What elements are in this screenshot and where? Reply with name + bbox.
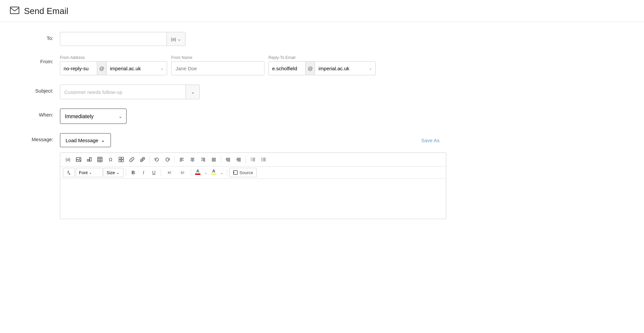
from-name-group: From Name — [171, 55, 264, 75]
svg-rect-50 — [233, 170, 237, 174]
align-right-toolbar-btn[interactable] — [198, 155, 208, 164]
size-label: Size — [107, 170, 115, 175]
from-name-sublabel: From Name — [171, 55, 264, 60]
special-char-toolbar-btn[interactable]: Ω — [106, 155, 116, 164]
font-color-btn[interactable]: A — [193, 168, 202, 177]
redo-toolbar-btn[interactable] — [162, 155, 172, 164]
subscript-btn[interactable]: x2 — [163, 168, 175, 177]
toolbar-sep-5 — [126, 169, 126, 176]
subject-chevron-btn[interactable]: ⌄ — [185, 85, 199, 99]
subject-group: Customer needs follow-up ⌄ — [60, 85, 200, 99]
svg-point-2 — [79, 158, 80, 159]
outdent-toolbar-btn[interactable] — [223, 155, 233, 164]
ordered-list-toolbar-btn[interactable]: 123 — [248, 155, 258, 164]
size-chevron-icon: ⌄ — [116, 170, 119, 175]
variable-insert-toolbar-btn[interactable]: {a} — [63, 155, 73, 164]
subject-label: Subject: — [20, 85, 60, 94]
source-icon — [233, 170, 238, 175]
reply-domain-wrapper: imperial.ac.uk ⌄ — [315, 62, 375, 75]
reply-at-symbol: @ — [305, 62, 315, 75]
highlight-color-dropdown-btn[interactable]: ⌄ — [219, 168, 224, 177]
bold-btn[interactable]: B — [129, 168, 138, 177]
reply-input-inline: @ imperial.ac.uk ⌄ — [268, 61, 376, 75]
to-input[interactable] — [60, 32, 166, 46]
from-domain-select[interactable]: imperial.ac.uk — [107, 62, 160, 75]
editor-container: {a} Ω — [60, 153, 446, 219]
save-as-link[interactable]: Save As — [421, 138, 440, 143]
reply-domain-chevron-icon: ⌄ — [369, 66, 372, 71]
toolbar-sep-6 — [161, 169, 161, 176]
svg-rect-4 — [98, 157, 102, 162]
align-center-toolbar-btn[interactable] — [187, 155, 197, 164]
subject-select[interactable]: Customer needs follow-up — [60, 85, 185, 99]
subject-row: Subject: Customer needs follow-up ⌄ — [20, 85, 446, 99]
reply-username-input[interactable] — [269, 62, 305, 75]
to-input-group: {a} ⌄ — [60, 32, 446, 46]
message-header-row: Load Message ⌄ Save As — [60, 133, 446, 147]
underline-label: U — [152, 170, 156, 175]
svg-rect-0 — [10, 7, 19, 14]
from-fields-row: From Address @ imperial.ac.uk ⌄ — [60, 55, 446, 75]
from-domain-wrapper: imperial.ac.uk ⌄ — [107, 62, 167, 75]
from-label: From: — [20, 55, 60, 64]
font-chevron-icon: ⌄ — [89, 170, 92, 175]
unlink-toolbar-btn[interactable] — [138, 155, 148, 164]
load-message-btn[interactable]: Load Message ⌄ — [60, 133, 111, 147]
subject-content: Customer needs follow-up ⌄ — [60, 85, 446, 99]
align-left-toolbar-btn[interactable] — [177, 155, 187, 164]
svg-point-48 — [261, 159, 262, 160]
to-label: To: — [20, 32, 60, 41]
font-color-dropdown-btn[interactable]: ⌄ — [203, 168, 208, 177]
from-domain-chevron-icon: ⌄ — [161, 66, 163, 71]
shape-toolbar-btn[interactable] — [84, 155, 94, 164]
from-address-sublabel: From Address — [60, 55, 167, 60]
when-select-group: Immediately Scheduled ⌄ — [60, 109, 127, 124]
justify-toolbar-btn[interactable] — [209, 155, 219, 164]
editor-content[interactable] — [60, 179, 446, 219]
source-btn[interactable]: Source — [229, 168, 257, 177]
superscript-btn[interactable]: x2 — [176, 168, 188, 177]
when-label: When: — [20, 109, 60, 118]
svg-point-47 — [261, 158, 262, 159]
when-chevron-icon: ⌄ — [115, 114, 126, 119]
source-label: Source — [239, 170, 253, 175]
grid-toolbar-btn[interactable] — [116, 155, 126, 164]
from-username-input[interactable] — [60, 62, 97, 75]
reply-group: Reply-To Email @ imperial.ac.uk ⌄ — [268, 55, 376, 75]
font-select-btn[interactable]: Font ⌄ — [76, 168, 103, 177]
svg-rect-10 — [122, 157, 124, 159]
table-toolbar-btn[interactable] — [95, 155, 105, 164]
svg-point-49 — [261, 161, 262, 161]
svg-rect-12 — [122, 160, 124, 162]
image-toolbar-btn[interactable] — [74, 155, 84, 164]
clear-format-label: Ix — [68, 169, 71, 175]
toolbar-sep-3 — [221, 156, 221, 163]
at-symbol: @ — [97, 62, 107, 75]
when-select[interactable]: Immediately Scheduled — [60, 109, 115, 124]
toolbar-row-1: {a} Ω — [60, 153, 446, 166]
clear-format-btn[interactable]: Ix — [63, 168, 75, 177]
indent-toolbar-btn[interactable] — [234, 155, 244, 164]
underline-btn[interactable]: U — [149, 168, 159, 177]
italic-label: I — [143, 170, 144, 175]
toolbar-sep-4 — [246, 156, 246, 163]
reply-sublabel: Reply-To Email — [268, 55, 376, 60]
toolbar-row-2: Ix Font ⌄ Size ⌄ — [60, 166, 446, 179]
italic-btn[interactable]: I — [139, 168, 148, 177]
from-row: From: From Address @ imperial.ac.uk ⌄ — [20, 55, 446, 75]
reply-domain-select[interactable]: imperial.ac.uk — [315, 62, 368, 75]
font-label: Font — [79, 170, 88, 175]
from-name-input[interactable] — [171, 61, 264, 75]
variable-btn-label: {a} — [171, 37, 176, 42]
size-select-btn[interactable]: Size ⌄ — [104, 168, 124, 177]
when-row: When: Immediately Scheduled ⌄ — [20, 109, 446, 124]
undo-toolbar-btn[interactable] — [152, 155, 162, 164]
variable-btn[interactable]: {a} ⌄ — [166, 32, 185, 46]
to-row: To: {a} ⌄ — [20, 32, 446, 46]
form-container: To: {a} ⌄ From: From Address @ — [0, 22, 466, 242]
unordered-list-toolbar-btn[interactable] — [259, 155, 269, 164]
toolbar-sep-2 — [174, 156, 175, 163]
variable-chevron-icon: ⌄ — [177, 37, 181, 42]
link-toolbar-btn[interactable] — [127, 155, 137, 164]
highlight-color-btn[interactable]: A — [209, 168, 218, 177]
